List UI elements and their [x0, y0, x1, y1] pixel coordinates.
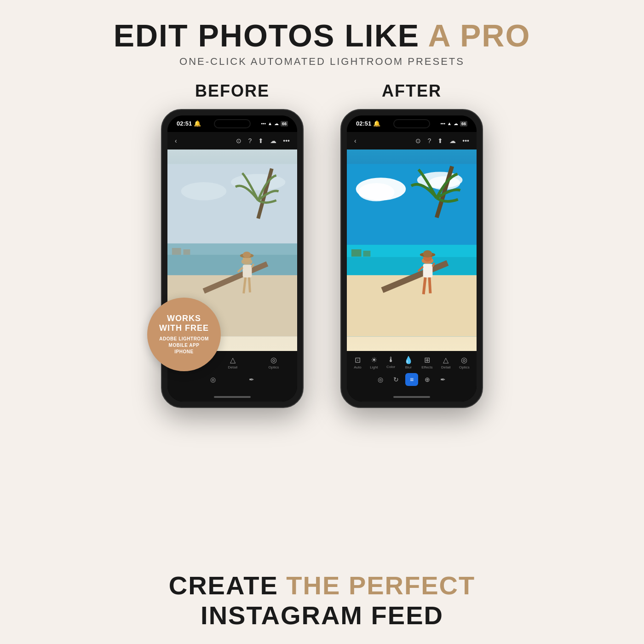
auto-icon: ⊡ [355, 356, 361, 364]
after-optics-icon-item: ◎ Optics [459, 356, 470, 369]
footer-line2: INSTAGRAM FEED [169, 601, 476, 630]
svg-rect-12 [243, 264, 252, 277]
before-label: BEFORE [195, 81, 270, 101]
after-photo [347, 150, 477, 351]
before-time: 02:51 🔔 [177, 120, 201, 127]
after-phone-wrapper: 02:51 🔔 ▪▪▪▲☁66 ‹ ⊙ ? ⬆ ☁ [340, 109, 483, 408]
badge-main-text: WORKSWITH FREE [159, 314, 209, 334]
blur-label: Blur [405, 365, 412, 369]
svg-point-2 [181, 182, 227, 200]
title-part1: EDIT PHOTOS LIKE [114, 18, 428, 53]
svg-rect-28 [351, 249, 362, 257]
cloud-icon: ☁ [270, 137, 276, 144]
auto-label: Auto [354, 365, 361, 369]
color-icon: 🌡 [387, 356, 395, 364]
color-label: Color [386, 365, 395, 369]
svg-point-23 [358, 183, 395, 201]
after-secondary-icons: ◎ ↻ ≡ ⊕ ✒ [373, 371, 450, 388]
optics-icon: ◎ [270, 356, 277, 364]
detail-icon: △ [230, 356, 236, 364]
before-home-indicator [167, 392, 297, 402]
after-more-icon: ••• [462, 137, 469, 144]
after-effects-label: Effects [421, 365, 432, 369]
share-icon: ⬆ [258, 137, 264, 144]
after-share-icon: ⬆ [437, 137, 443, 144]
brush-icon: ✒ [245, 373, 258, 386]
after-home-indicator [347, 392, 477, 402]
phones-section: BEFORE WORKSWITH FREE ADOBE LIGHTROOM MO… [161, 81, 483, 562]
before-toolbar: ‹ ⊙ ? ⬆ ☁ ••• [167, 132, 297, 150]
before-dynamic-island [214, 119, 251, 128]
after-radial-icon: ◎ [374, 373, 387, 386]
after-time: 02:51 🔔 [356, 120, 380, 127]
footer-section: CREATE THE PERFECT INSTAGRAM FEED [169, 571, 476, 630]
optics-label: Optics [269, 365, 279, 369]
history-icon: ⊙ [236, 137, 242, 144]
after-status-icons: ▪▪▪▲☁66 [440, 121, 467, 126]
after-bottom-bar: ⊡ Auto ☀ Light 🌡 Color [347, 351, 477, 392]
detail-label: Detail [228, 365, 237, 369]
after-bottom-icons: ⊡ Auto ☀ Light 🌡 Color [347, 356, 477, 369]
svg-rect-6 [172, 248, 181, 255]
light-icon: ☀ [371, 356, 377, 364]
back-icon: ‹ [175, 137, 177, 144]
before-status-icons: ▪▪▪▲☁66 [261, 121, 288, 126]
after-home-bar [393, 396, 430, 398]
svg-line-36 [429, 277, 430, 293]
blur-icon-item: 💧 Blur [404, 356, 413, 369]
after-back-icon: ‹ [354, 137, 356, 144]
subtitle: ONE-CLICK AUTOMATED LIGHTROOM PRESETS [114, 56, 531, 68]
after-optics-icon: ◎ [461, 356, 467, 364]
after-label: AFTER [382, 81, 442, 101]
works-with-badge: WORKSWITH FREE ADOBE LIGHTROOM MOBILE AP… [147, 298, 221, 371]
after-scene-svg [347, 150, 477, 351]
svg-rect-5 [167, 255, 297, 277]
after-cloud-icon: ☁ [449, 137, 456, 144]
title-highlight: A PRO [428, 18, 531, 53]
after-detail-icon-item: △ Detail [441, 356, 450, 369]
more-icon: ••• [283, 137, 290, 144]
after-mask-icon: ⊕ [421, 373, 434, 386]
svg-point-41 [423, 250, 432, 258]
svg-point-3 [231, 174, 285, 190]
after-effects-icon: ⊞ [424, 356, 430, 364]
color-icon-item: 🌡 Color [386, 356, 395, 369]
after-rotate-icon: ↻ [390, 373, 402, 386]
before-secondary-icons: ◎ ✒ [193, 371, 271, 388]
after-history-icon: ⊙ [415, 137, 421, 144]
detail-icon-item: △ Detail [228, 356, 237, 369]
svg-rect-30 [347, 275, 477, 336]
header-section: EDIT PHOTOS LIKE A PRO ONE-CLICK AUTOMAT… [114, 18, 531, 68]
footer-line1: CREATE THE PERFECT [169, 571, 476, 600]
after-brush2-icon: ✒ [437, 373, 449, 386]
svg-rect-34 [423, 264, 433, 277]
before-status-bar: 02:51 🔔 ▪▪▪▲☁66 [167, 115, 297, 132]
optics-icon-item: ◎ Optics [269, 356, 279, 369]
after-toolbar: ‹ ⊙ ? ⬆ ☁ ••• [347, 132, 477, 150]
light-label: Light [370, 365, 378, 369]
svg-rect-7 [184, 249, 190, 255]
after-optics-label: Optics [459, 365, 470, 369]
footer-the-perfect: THE PERFECT [286, 571, 475, 600]
svg-line-14 [249, 277, 250, 293]
auto-icon-item: ⊡ Auto [354, 356, 361, 369]
blur-icon: 💧 [404, 356, 413, 364]
after-toolbar-icons: ⊙ ? ⬆ ☁ ••• [415, 137, 469, 144]
after-detail-icon: △ [443, 356, 448, 364]
after-effects-icon-item: ⊞ Effects [421, 356, 432, 369]
after-phone: 02:51 🔔 ▪▪▪▲☁66 ‹ ⊙ ? ⬆ ☁ [340, 109, 483, 408]
main-title: EDIT PHOTOS LIKE A PRO [114, 18, 531, 53]
before-phone-wrapper: WORKSWITH FREE ADOBE LIGHTROOM MOBILE AP… [161, 109, 304, 408]
svg-line-35 [424, 277, 426, 294]
after-adjust-icon-active: ≡ [405, 373, 418, 386]
radial-icon: ◎ [207, 373, 219, 386]
svg-rect-27 [347, 257, 477, 275]
badge-sub-text: ADOBE LIGHTROOM MOBILE APP IPHONE [159, 336, 209, 355]
after-phone-inner: 02:51 🔔 ▪▪▪▲☁66 ‹ ⊙ ? ⬆ ☁ [347, 115, 477, 402]
before-column: BEFORE WORKSWITH FREE ADOBE LIGHTROOM MO… [161, 81, 304, 562]
after-dynamic-island [393, 119, 430, 128]
svg-point-19 [243, 252, 251, 258]
after-question-icon: ? [427, 137, 431, 144]
svg-rect-29 [363, 251, 370, 257]
after-detail-label: Detail [441, 365, 450, 369]
